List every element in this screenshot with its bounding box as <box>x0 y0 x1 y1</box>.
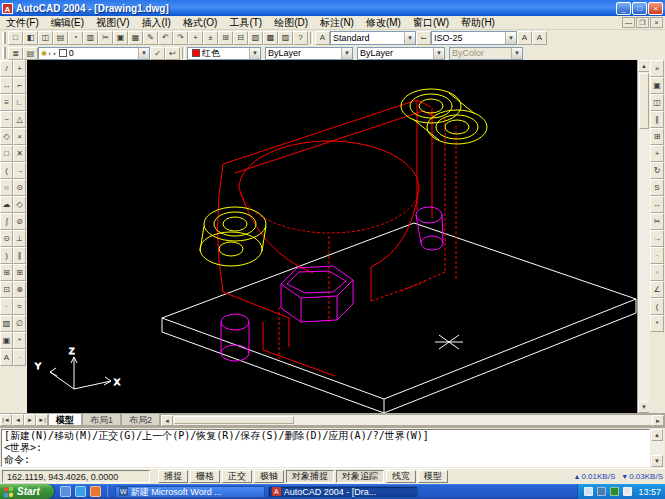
chevron-down-icon[interactable]: ▼ <box>433 47 444 59</box>
command-scroll-track[interactable] <box>651 441 664 455</box>
base-plate[interactable] <box>162 223 636 413</box>
temporary-tracking-tool[interactable]: + <box>13 60 26 77</box>
command-scrollbar[interactable]: ▲ ▼ <box>651 429 664 467</box>
new-button[interactable]: □ <box>8 31 23 45</box>
menu-window[interactable]: 窗口(W) <box>407 16 455 29</box>
maximize-button[interactable]: □ <box>632 2 647 15</box>
save-button[interactable]: ◫ <box>38 31 53 45</box>
perpendicular-snap-tool[interactable]: ⊥ <box>13 230 26 247</box>
menu-view[interactable]: 视图(V) <box>90 16 135 29</box>
move-tool[interactable]: + <box>650 145 664 162</box>
properties-button[interactable]: ▧ <box>248 31 263 45</box>
make-object-layer-current-button[interactable]: ✓ <box>150 47 165 60</box>
designcenter-button[interactable]: ▩ <box>263 31 278 45</box>
tray-volume-icon[interactable] <box>584 487 593 496</box>
rectangle-tool[interactable]: □ <box>0 145 13 162</box>
tray-network-icon[interactable] <box>597 487 606 496</box>
revision-cloud-tool[interactable]: ☁ <box>0 196 13 213</box>
scroll-right-button[interactable]: ► <box>652 415 664 426</box>
stretch-tool[interactable]: ↔ <box>650 196 664 213</box>
mdi-close-button[interactable]: × <box>650 17 663 28</box>
menu-file[interactable]: 文件(F) <box>0 16 45 29</box>
polar-toggle[interactable]: 极轴 <box>254 470 284 483</box>
zoom-previous-button[interactable]: ⊟ <box>233 31 248 45</box>
chevron-down-icon[interactable]: ▼ <box>341 47 352 59</box>
menu-tools[interactable]: 工具(T) <box>223 16 268 29</box>
menu-draw[interactable]: 绘图(D) <box>268 16 314 29</box>
magenta-hex-boss[interactable] <box>281 266 353 322</box>
horizontal-scroll-thumb[interactable] <box>174 416 294 424</box>
cut-button[interactable]: ✂ <box>98 31 113 45</box>
layer-properties-button[interactable]: ≣ <box>8 47 23 60</box>
trim-tool[interactable]: ✂ <box>650 213 664 230</box>
menu-dimension[interactable]: 标注(N) <box>314 16 360 29</box>
yellow-flange-left[interactable] <box>200 207 266 266</box>
intersection-snap-tool[interactable]: × <box>13 128 26 145</box>
open-button[interactable]: ◧ <box>23 31 38 45</box>
next-tab-button[interactable]: ► <box>24 414 36 426</box>
first-tab-button[interactable]: |◄ <box>0 414 12 426</box>
grid-toggle[interactable]: 栅格 <box>190 470 220 483</box>
minimize-button[interactable]: _ <box>616 2 631 15</box>
help-button[interactable]: ? <box>293 31 308 45</box>
quadrant-snap-tool[interactable]: ◇ <box>13 196 26 213</box>
snap-from-tool[interactable]: ⌐ <box>13 77 26 94</box>
red-bracket-body[interactable] <box>218 100 438 376</box>
toolbar-grip[interactable] <box>2 47 6 59</box>
array-tool[interactable]: ⊞ <box>650 128 664 145</box>
endpoint-snap-tool[interactable]: ∟ <box>13 94 26 111</box>
multiline-text-tool[interactable]: A <box>0 349 13 366</box>
chevron-down-icon[interactable]: ▼ <box>249 47 260 59</box>
command-scroll-down-button[interactable]: ▼ <box>651 455 663 467</box>
osnap-settings-tool[interactable]: * <box>13 332 26 349</box>
linetype-dropdown[interactable]: ByLayer ▼ <box>265 47 353 60</box>
mdi-restore-button[interactable]: ❐ <box>636 17 649 28</box>
fillet-tool[interactable]: ( <box>650 298 664 315</box>
mdi-minimize-button[interactable]: — <box>622 17 635 28</box>
vertical-scroll-track[interactable] <box>638 130 649 401</box>
command-scroll-up-button[interactable]: ▲ <box>651 429 663 441</box>
spline-tool[interactable]: ∫ <box>0 213 13 230</box>
extension-snap-tool[interactable]: → <box>13 162 26 179</box>
line-tool[interactable]: / <box>0 60 13 77</box>
menu-format[interactable]: 格式(O) <box>177 16 223 29</box>
hatch-tool[interactable]: ▨ <box>0 315 13 332</box>
quick-launch-ie[interactable] <box>75 486 86 497</box>
layer-previous-button[interactable]: ↩ <box>165 47 180 60</box>
tool-palettes-button[interactable]: ▨ <box>278 31 293 45</box>
osnap-toggle[interactable]: 对象捕捉 <box>286 470 334 483</box>
task-autocad[interactable]: A AutoCAD 2004 - [Dra... <box>268 486 418 498</box>
prev-tab-button[interactable]: ◄ <box>12 414 24 426</box>
circle-tool[interactable]: ○ <box>0 179 13 196</box>
parallel-snap-tool[interactable]: ∥ <box>13 247 26 264</box>
apparent-intersection-snap-tool[interactable]: ✕ <box>13 145 26 162</box>
toolbar-grip[interactable] <box>2 32 6 44</box>
last-tab-button[interactable]: ►| <box>36 414 48 426</box>
layer-dropdown[interactable]: ◉ ◐ ▪ 0 ▼ <box>38 47 150 60</box>
otrack-toggle[interactable]: 对象追踪 <box>336 470 384 483</box>
dim-style-icon[interactable]: ⌙ <box>416 31 431 45</box>
dim-style-button[interactable]: A <box>532 31 547 45</box>
color-dropdown[interactable]: 红色 ▼ <box>187 47 261 60</box>
command-history[interactable]: [新建(N)/移动(M)/正交(G)/上一个(P)/恢复(R)/保存(S)/删除… <box>1 429 650 467</box>
text-style-icon[interactable]: A <box>315 31 330 45</box>
point-tool[interactable]: · <box>0 298 13 315</box>
match-properties-button[interactable]: ✎ <box>143 31 158 45</box>
tray-input-method-icon[interactable] <box>623 487 632 496</box>
lineweight-toggle[interactable]: 线宽 <box>386 470 416 483</box>
menu-insert[interactable]: 插入(I) <box>135 16 176 29</box>
pan-button[interactable]: + <box>188 31 203 45</box>
ellipse-arc-tool[interactable]: ) <box>0 247 13 264</box>
plot-preview-button[interactable]: ◔ <box>68 31 83 45</box>
tangent-snap-tool[interactable]: ⊘ <box>13 213 26 230</box>
drawing-area[interactable]: Z X Y <box>27 60 637 413</box>
vertical-scrollbar[interactable]: ▲ ▼ <box>637 60 649 413</box>
vertical-scroll-thumb[interactable] <box>639 73 649 129</box>
layer-states-button[interactable]: ▤ <box>23 47 38 60</box>
tray-antivirus-icon[interactable] <box>610 487 619 496</box>
construction-line-tool[interactable]: ↔ <box>0 77 13 94</box>
task-word[interactable]: W 新建 Microsoft Word ... <box>115 486 265 498</box>
quick-launch-show-desktop[interactable] <box>60 486 71 497</box>
chevron-down-icon[interactable]: ▼ <box>505 32 516 44</box>
copy-object-tool[interactable]: ▣ <box>650 77 664 94</box>
